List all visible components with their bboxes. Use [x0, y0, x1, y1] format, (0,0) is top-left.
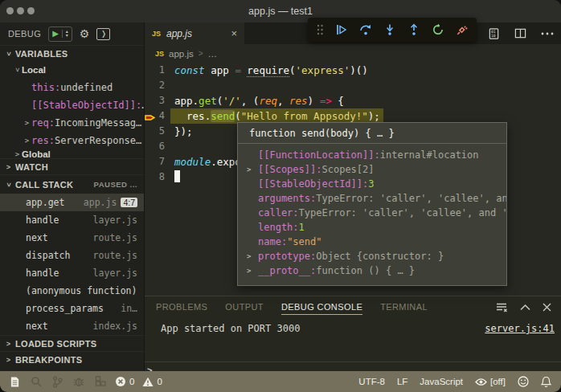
error-count: 0	[129, 377, 134, 386]
more-actions-icon[interactable]	[541, 32, 554, 35]
chevron-icon	[247, 206, 258, 220]
step-into-icon[interactable]	[383, 23, 396, 36]
watch-section-header[interactable]: > WATCH	[0, 158, 144, 174]
line-number[interactable]: 6	[145, 139, 170, 154]
split-editor-icon[interactable]	[514, 27, 526, 39]
frame-name: next	[26, 321, 48, 332]
variable-this[interactable]: this: undefined	[0, 79, 144, 96]
scope-local[interactable]: >Local	[0, 61, 144, 79]
close-tab-icon[interactable]: ×	[231, 27, 237, 39]
breadcrumb-more[interactable]: …	[208, 49, 218, 59]
scope-label: Global	[22, 149, 51, 158]
line-number[interactable]: 7	[145, 154, 170, 169]
variable-res[interactable]: >res: ServerResponse…	[0, 132, 144, 149]
status-bar-left	[0, 376, 106, 388]
variable-value: IncomingMessag…	[55, 117, 141, 129]
close-window-button[interactable]	[6, 7, 14, 14]
source-control-icon[interactable]	[52, 376, 63, 388]
variable-req[interactable]: >req: IncomingMessag…	[0, 114, 144, 132]
hover-property-row[interactable]: >[[Scopes]]: Scopes[2]	[238, 162, 506, 177]
start-debug-icon[interactable]: ▶	[52, 30, 59, 38]
step-out-icon[interactable]	[407, 23, 420, 36]
call-stack-section-header[interactable]: > CALL STACK PAUSED ...	[0, 174, 144, 194]
chevron-icon: >	[13, 150, 22, 158]
variable-value: …	[141, 100, 144, 111]
code-line-3[interactable]: 3app.get('/', (req, res) => {	[145, 93, 561, 108]
debug-console-toggle-icon[interactable]: ❭	[96, 28, 110, 40]
search-icon[interactable]	[31, 376, 42, 387]
loaded-scripts-section-header[interactable]: > LOADED SCRIPTS	[0, 335, 144, 351]
close-panel-icon[interactable]	[543, 303, 551, 312]
line-number[interactable]: 4	[145, 108, 170, 124]
eye-off-indicator[interactable]: [off]	[475, 377, 506, 386]
extensions-icon[interactable]	[95, 376, 106, 387]
line-number[interactable]: 1	[145, 63, 170, 78]
call-stack-frame[interactable]: handlelayer.js	[0, 264, 144, 282]
frame-name: (anonymous function)	[26, 285, 137, 296]
chevron-icon: >	[4, 163, 13, 171]
breadcrumb-file[interactable]: app.js	[169, 49, 194, 59]
call-stack-frame[interactable]: app.getapp.js4:7	[0, 194, 144, 211]
variables-section-header[interactable]: > VARIABLES	[0, 45, 144, 61]
notifications-bell-icon[interactable]	[541, 376, 551, 388]
hover-property-row[interactable]: >__proto__: function () { … }	[238, 263, 506, 278]
problems-indicator[interactable]: 0 0	[115, 376, 162, 387]
maximize-panel-icon[interactable]	[520, 304, 530, 311]
zoom-window-button[interactable]	[27, 7, 35, 14]
breadcrumb[interactable]: JS app.js > …	[145, 44, 561, 63]
call-stack-frame[interactable]: nextroute.js	[0, 229, 144, 247]
clear-console-icon[interactable]	[495, 301, 508, 313]
source-link[interactable]: server.js:41	[485, 323, 555, 334]
window-title: app.js — test1	[0, 0, 561, 22]
panel-tab-output[interactable]: OUTPUT	[225, 299, 264, 315]
tab-title: app.js	[166, 28, 192, 39]
feedback-smiley-icon[interactable]	[518, 376, 529, 387]
call-stack-frame[interactable]: nextindex.js	[0, 317, 144, 335]
call-stack-frame[interactable]: (anonymous function)	[0, 282, 144, 300]
frame-name: next	[26, 232, 48, 243]
property-name: prototype:	[258, 249, 316, 263]
encoding-indicator[interactable]: UTF-8	[358, 377, 385, 386]
line-number[interactable]: 2	[145, 78, 170, 93]
hover-property-row[interactable]: >prototype: Object {constructor: }	[238, 249, 506, 263]
line-number[interactable]: 3	[145, 93, 170, 108]
eol-indicator[interactable]: LF	[397, 377, 407, 386]
js-file-icon: JS	[155, 50, 164, 58]
panel-tab-problems[interactable]: PROBLEMS	[156, 299, 207, 315]
call-stack-frame[interactable]: process_paramsin…	[0, 300, 144, 317]
configure-gear-icon[interactable]: ⚙	[80, 27, 90, 40]
chevron-icon: >	[4, 356, 13, 364]
panel-tab-debug-console[interactable]: DEBUG CONSOLE	[281, 299, 362, 315]
disconnect-icon[interactable]	[456, 23, 469, 36]
binary-file-icon[interactable]: 0110	[488, 27, 500, 40]
call-stack-frame[interactable]: dispatchroute.js	[0, 247, 144, 264]
debug-icon[interactable]	[73, 376, 84, 387]
chevron-icon	[247, 235, 258, 249]
line-number[interactable]: 8	[145, 169, 170, 185]
launch-config-dropdown[interactable]: ▶ ▴▾	[48, 27, 72, 42]
frame-name: app.get	[26, 197, 64, 208]
paused-status: PAUSED ...	[94, 180, 144, 189]
step-over-icon[interactable]	[359, 23, 372, 36]
variable-name: req:	[31, 117, 55, 129]
tab-app-js[interactable]: JS app.js ×	[145, 22, 244, 44]
breakpoints-section-header[interactable]: > BREAKPOINTS	[0, 351, 144, 367]
minimize-window-button[interactable]	[17, 7, 24, 14]
panel-tab-terminal[interactable]: TERMINAL	[380, 299, 428, 315]
bottom-panel: PROBLEMSOUTPUTDEBUG CONSOLETERMINAL App …	[145, 296, 561, 371]
file-icon[interactable]	[10, 376, 20, 388]
call-stack-frame[interactable]: handlelayer.js	[0, 211, 144, 229]
line-number[interactable]: 5	[145, 124, 170, 139]
status-bar: 0 0 UTF-8 LF JavaScript [off]	[0, 371, 561, 392]
code-line-1[interactable]: 1const app = require('express')()	[145, 63, 561, 78]
hover-property-row: [[StableObjectId]]: 3	[238, 177, 506, 191]
restart-icon[interactable]	[432, 23, 444, 36]
code-line-2[interactable]: 2	[145, 78, 561, 93]
frame-name: handle	[26, 267, 59, 279]
frame-line-badge: 4:7	[121, 198, 137, 207]
variable-stableobjectid[interactable]: [[StableObjectId]]:…	[0, 96, 144, 114]
language-indicator[interactable]: JavaScript	[420, 377, 463, 386]
continue-icon[interactable]	[335, 23, 348, 36]
code-text: });	[170, 124, 193, 139]
scope-global[interactable]: >Global	[0, 149, 144, 158]
